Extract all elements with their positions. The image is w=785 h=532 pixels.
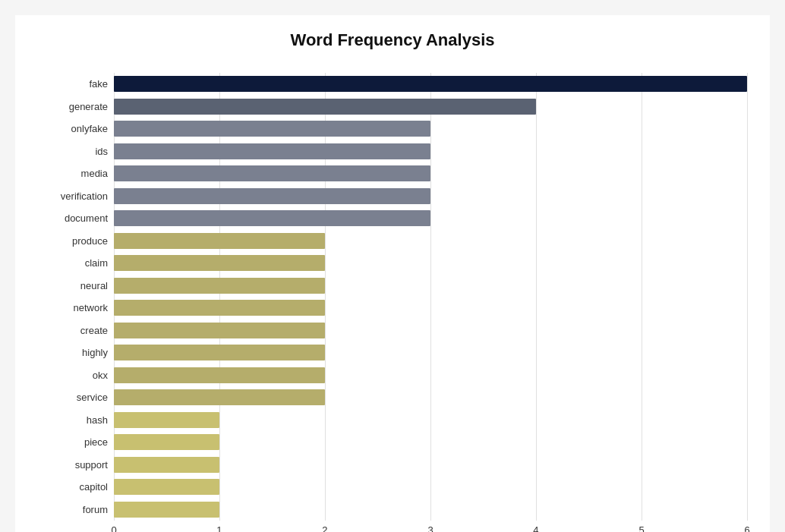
bar-row (114, 230, 747, 253)
grid-line (747, 73, 748, 521)
y-label: fake (89, 73, 108, 96)
bar (114, 278, 325, 294)
bar (114, 210, 430, 226)
y-label: onlyfake (71, 118, 108, 140)
bar-row (114, 275, 747, 297)
bar (114, 99, 536, 115)
x-tick-label: 3 (427, 524, 433, 532)
bar-row (114, 364, 747, 387)
y-label: verification (61, 185, 108, 208)
bar (114, 412, 219, 428)
y-label: claim (85, 252, 108, 275)
bar-row (114, 73, 747, 96)
y-label: okx (93, 364, 108, 387)
y-label: hash (87, 409, 108, 432)
y-label: support (75, 454, 108, 477)
bar-row (114, 96, 747, 118)
bar-row (114, 454, 747, 477)
bar-row (114, 162, 747, 185)
y-label: document (65, 207, 108, 230)
chart-title: Word Frequency Analysis (38, 30, 747, 50)
bars-and-grid (114, 73, 747, 521)
y-label: produce (72, 230, 108, 253)
bar (114, 434, 219, 450)
bar-row (114, 342, 747, 364)
bar-row (114, 185, 747, 208)
y-label: capitol (79, 476, 108, 499)
x-tick-label: 2 (322, 524, 327, 532)
y-label: network (73, 297, 108, 320)
bars-container (114, 73, 747, 521)
bar (114, 143, 430, 159)
bar (114, 345, 325, 360)
y-label: ids (95, 140, 108, 163)
bar (114, 367, 325, 383)
y-labels: fakegenerateonlyfakeidsmediaverification… (38, 73, 114, 521)
x-tick-label: 4 (533, 524, 538, 532)
bar (114, 323, 325, 338)
bar-row (114, 140, 747, 163)
bar-row (114, 386, 747, 409)
chart-area: fakegenerateonlyfakeidsmediaverification… (38, 73, 747, 521)
x-axis-area: 0123456 (38, 524, 747, 532)
bar (114, 479, 219, 495)
bar-row (114, 476, 747, 499)
y-label: media (81, 162, 108, 185)
x-tick-label: 1 (216, 524, 222, 532)
y-label: forum (83, 499, 108, 521)
x-spacer (38, 524, 114, 532)
y-label: piece (84, 431, 108, 454)
y-label: service (77, 386, 108, 409)
bar (114, 457, 219, 473)
bar (114, 502, 219, 518)
bar (114, 76, 747, 92)
y-label: neural (80, 275, 108, 297)
bar (114, 300, 325, 316)
y-label: generate (69, 96, 108, 118)
x-tick-label: 5 (638, 524, 644, 532)
x-labels: 0123456 (114, 524, 747, 532)
bar (114, 188, 430, 204)
bar-row (114, 499, 747, 521)
y-label: create (80, 320, 108, 342)
bar (114, 121, 430, 137)
y-label: highly (82, 342, 108, 364)
x-tick-label: 0 (111, 524, 116, 532)
bar-row (114, 252, 747, 275)
bar-row (114, 297, 747, 320)
bar-row (114, 320, 747, 342)
bar-row (114, 207, 747, 230)
chart-container: Word Frequency Analysis fakegenerateonly… (15, 15, 770, 532)
bar (114, 233, 325, 249)
bar (114, 165, 430, 181)
bar-row (114, 431, 747, 454)
x-tick-label: 6 (744, 524, 749, 532)
bar (114, 255, 325, 271)
bar (114, 389, 325, 405)
bar-row (114, 409, 747, 432)
bar-row (114, 118, 747, 140)
